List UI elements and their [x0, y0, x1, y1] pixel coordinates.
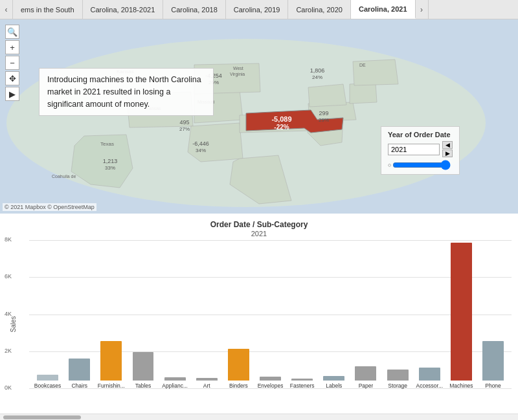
bar-label: Storage: [388, 382, 407, 389]
expand-button[interactable]: ▶: [5, 87, 19, 101]
y-axis-label: Sales: [10, 316, 17, 332]
bar-label: Binders: [229, 382, 248, 389]
bar-storage: [387, 370, 409, 381]
svg-text:Virginia: Virginia: [230, 72, 245, 77]
bar-group[interactable]: Applianc...: [160, 240, 190, 389]
bar-label: Furnishin...: [98, 382, 125, 389]
map-section: -4,254 26% 1,806 24% 299 29% -6,446 34% …: [0, 19, 518, 214]
bar-label: Bookcases: [34, 382, 62, 389]
bar-group[interactable]: Bookcases: [32, 240, 63, 389]
svg-text:Coahuila de: Coahuila de: [52, 174, 76, 179]
search-button[interactable]: 🔍: [5, 25, 19, 39]
bar-accessor: [419, 368, 440, 381]
bar-applianc: [164, 377, 186, 381]
tab-carolina-2020[interactable]: Carolina, 2020: [288, 0, 351, 19]
chart-inner: 8K6K4K2K0K BookcasesChairsFurnishin...Ta…: [29, 240, 512, 408]
tab-carolina-2021[interactable]: Carolina, 2021: [351, 0, 416, 19]
svg-text:299: 299: [319, 110, 328, 116]
svg-text:DE: DE: [359, 63, 366, 67]
bar-label: Art: [203, 382, 210, 389]
bar-group[interactable]: Chairs: [64, 240, 95, 389]
bar-bookcases: [37, 375, 58, 381]
bar-labels: [323, 376, 344, 381]
year-forward-arrow[interactable]: ▶: [442, 149, 453, 157]
scrollbar-thumb[interactable]: [3, 415, 81, 419]
tab-carolina-2018-2021[interactable]: Carolina, 2018-2021: [83, 0, 164, 19]
bar-label: Envelopes: [258, 382, 284, 389]
bar-label: Machines: [449, 382, 473, 389]
bar-group[interactable]: Labels: [319, 240, 349, 389]
svg-text:-22%: -22%: [274, 124, 289, 131]
bar-phone: [482, 341, 504, 381]
bar-group[interactable]: Phone: [478, 240, 508, 389]
bar-fasteners: [291, 379, 313, 381]
zoom-in-button[interactable]: +: [5, 40, 19, 54]
bar-group[interactable]: Machines: [446, 240, 477, 389]
bar-machines: [451, 243, 472, 381]
year-filter: Year of Order Date ◀ ▶ ○: [381, 126, 460, 175]
bar-group[interactable]: Art: [192, 240, 222, 389]
bar-label: Fasteners: [290, 382, 315, 389]
bar-furnishin: [100, 341, 122, 381]
map-tooltip: Introducing machines to the North Caroli…: [39, 68, 214, 116]
bar-envelopes: [260, 377, 281, 381]
svg-text:29%: 29%: [319, 117, 329, 123]
map-svg: -4,254 26% 1,806 24% 299 29% -6,446 34% …: [0, 19, 518, 214]
bar-group[interactable]: Fasteners: [287, 240, 317, 389]
svg-text:27%: 27%: [179, 126, 190, 132]
chart-title: Order Date / Sub-Category: [0, 220, 518, 229]
year-slider[interactable]: [392, 160, 451, 170]
bar-art: [196, 378, 218, 381]
bar-tables: [133, 352, 154, 381]
bar-label: Paper: [359, 382, 374, 389]
chart-subtitle: 2021: [0, 230, 518, 238]
bar-group[interactable]: Tables: [128, 240, 158, 389]
horizontal-scrollbar[interactable]: [0, 414, 518, 420]
bar-label: Labels: [326, 382, 342, 389]
map-attribution: © 2021 Mapbox © OpenStreetMap: [3, 203, 96, 211]
tab-items-south[interactable]: ems in the South: [13, 0, 83, 19]
svg-text:Texas: Texas: [100, 141, 114, 147]
bar-binders: [228, 349, 249, 381]
zoom-out-button[interactable]: −: [5, 56, 19, 70]
year-filter-label: Year of Order Date: [388, 131, 453, 138]
bar-label: Phone: [485, 382, 501, 389]
bar-label: Accessor...: [416, 382, 443, 389]
svg-text:495: 495: [179, 119, 189, 126]
bar-label: Applianc...: [162, 382, 188, 389]
svg-text:1,806: 1,806: [310, 67, 325, 74]
bars-container: BookcasesChairsFurnishin...TablesApplian…: [29, 240, 512, 389]
year-input[interactable]: [388, 144, 440, 155]
bar-group[interactable]: Binders: [223, 240, 254, 389]
svg-text:1,213: 1,213: [103, 158, 118, 164]
tabs-bar: ‹ ems in the South Carolina, 2018-2021 C…: [0, 0, 518, 19]
bar-chairs: [69, 359, 90, 381]
svg-text:24%: 24%: [312, 74, 322, 80]
bar-group[interactable]: Furnishin...: [96, 240, 126, 389]
map-controls: 🔍 + − ✥ ▶: [5, 25, 19, 101]
bar-label: Tables: [135, 382, 152, 389]
bar-label: Chairs: [71, 382, 87, 389]
bar-group[interactable]: Accessor...: [414, 240, 445, 389]
bar-group[interactable]: Envelopes: [255, 240, 286, 389]
svg-text:33%: 33%: [105, 165, 115, 171]
tab-scroll-left[interactable]: ‹: [0, 0, 13, 19]
svg-text:-6,446: -6,446: [192, 140, 209, 147]
chart-section: Order Date / Sub-Category 2021 Sales 8K6…: [0, 214, 518, 420]
bar-group[interactable]: Storage: [383, 240, 413, 389]
tab-scroll-right[interactable]: ›: [416, 0, 429, 19]
svg-marker-9: [308, 84, 346, 107]
tab-carolina-2018[interactable]: Carolina, 2018: [163, 0, 226, 19]
svg-text:34%: 34%: [196, 148, 206, 153]
tab-carolina-2019[interactable]: Carolina, 2019: [226, 0, 289, 19]
year-back-arrow[interactable]: ◀: [442, 141, 453, 149]
chart-area: Sales 8K6K4K2K0K BookcasesChairsFurnishi…: [0, 240, 518, 408]
svg-marker-12: [350, 83, 377, 104]
svg-text:-5,089: -5,089: [271, 115, 291, 123]
pan-tool-button[interactable]: ✥: [5, 71, 19, 85]
svg-text:West: West: [233, 66, 243, 71]
bar-paper: [355, 366, 376, 381]
bar-group[interactable]: Paper: [350, 240, 381, 389]
